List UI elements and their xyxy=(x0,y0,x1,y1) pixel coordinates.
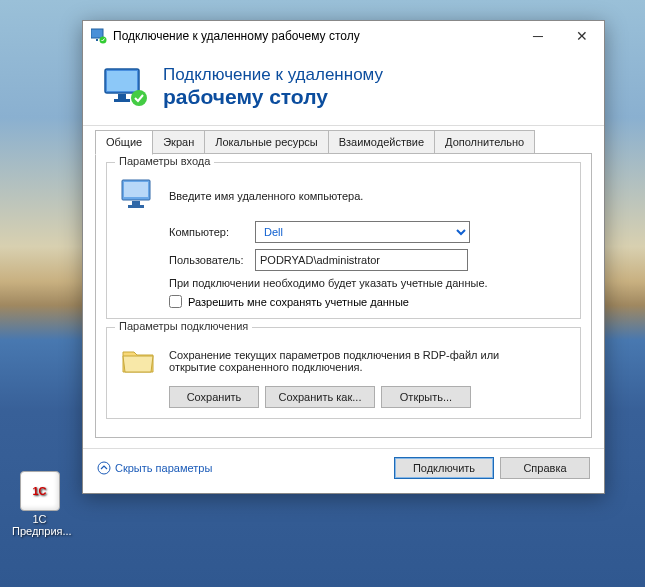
titlebar[interactable]: Подключение к удаленному рабочему столу … xyxy=(83,21,604,51)
desktop-icon-1c[interactable]: 1С 1СПредприя... xyxy=(12,471,67,537)
save-credentials-checkbox[interactable]: Разрешить мне сохранять учетные данные xyxy=(169,295,568,308)
computer-icon xyxy=(119,177,159,215)
rdp-small-icon xyxy=(91,28,107,44)
save-as-button[interactable]: Сохранить как... xyxy=(265,386,375,408)
svg-rect-1 xyxy=(96,39,98,41)
header-line1: Подключение к удаленному xyxy=(163,65,383,85)
svg-rect-5 xyxy=(118,94,126,99)
computer-combobox[interactable]: Dell xyxy=(255,221,470,243)
tab-advanced[interactable]: Дополнительно xyxy=(434,130,535,154)
logon-settings-group: Параметры входа Введите имя удаленного к… xyxy=(106,162,581,319)
user-label: Пользователь: xyxy=(169,254,255,266)
svg-point-7 xyxy=(131,90,147,106)
svg-rect-9 xyxy=(124,182,148,197)
folder-icon xyxy=(119,342,159,380)
save-button[interactable]: Сохранить xyxy=(169,386,259,408)
svg-rect-4 xyxy=(107,71,137,91)
dialog-footer: Скрыть параметры Подключить Справка xyxy=(83,448,604,493)
window-title: Подключение к удаленному рабочему столу xyxy=(113,29,516,43)
save-credentials-input[interactable] xyxy=(169,295,182,308)
connect-button[interactable]: Подключить xyxy=(394,457,494,479)
connection-settings-group: Параметры подключения Сохранение текущих… xyxy=(106,327,581,419)
close-button[interactable]: ✕ xyxy=(560,21,604,51)
conn-desc: Сохранение текущих параметров подключени… xyxy=(169,349,529,373)
minimize-button[interactable]: ─ xyxy=(516,21,560,51)
computer-label: Компьютер: xyxy=(169,226,255,238)
rdp-dialog: Подключение к удаленному рабочему столу … xyxy=(82,20,605,494)
tab-experience[interactable]: Взаимодействие xyxy=(328,130,435,154)
header-line2: рабочему столу xyxy=(163,85,383,109)
chevron-up-icon xyxy=(97,461,111,475)
hide-options-toggle[interactable]: Скрыть параметры xyxy=(97,461,212,475)
svg-rect-11 xyxy=(128,205,144,208)
dialog-header: Подключение к удаленному рабочему столу xyxy=(83,51,604,126)
1c-icon: 1С xyxy=(20,471,60,511)
tab-strip: Общие Экран Локальные ресурсы Взаимодейс… xyxy=(83,130,604,154)
help-button[interactable]: Справка xyxy=(500,457,590,479)
svg-rect-6 xyxy=(114,99,130,102)
tab-display[interactable]: Экран xyxy=(152,130,205,154)
desktop-icon-text: 1СПредприя... xyxy=(12,513,67,537)
open-button[interactable]: Открыть... xyxy=(381,386,471,408)
tab-local-resources[interactable]: Локальные ресурсы xyxy=(204,130,328,154)
username-field[interactable] xyxy=(255,249,468,271)
svg-rect-0 xyxy=(91,29,103,38)
credentials-note: При подключении необходимо будет указать… xyxy=(169,277,529,289)
tab-general[interactable]: Общие xyxy=(95,130,153,155)
svg-rect-10 xyxy=(132,201,140,205)
logon-intro: Введите имя удаленного компьютера. xyxy=(169,190,363,202)
logon-group-title: Параметры входа xyxy=(115,155,214,167)
svg-point-12 xyxy=(98,462,110,474)
rdp-large-icon xyxy=(103,67,149,107)
conn-group-title: Параметры подключения xyxy=(115,320,252,332)
